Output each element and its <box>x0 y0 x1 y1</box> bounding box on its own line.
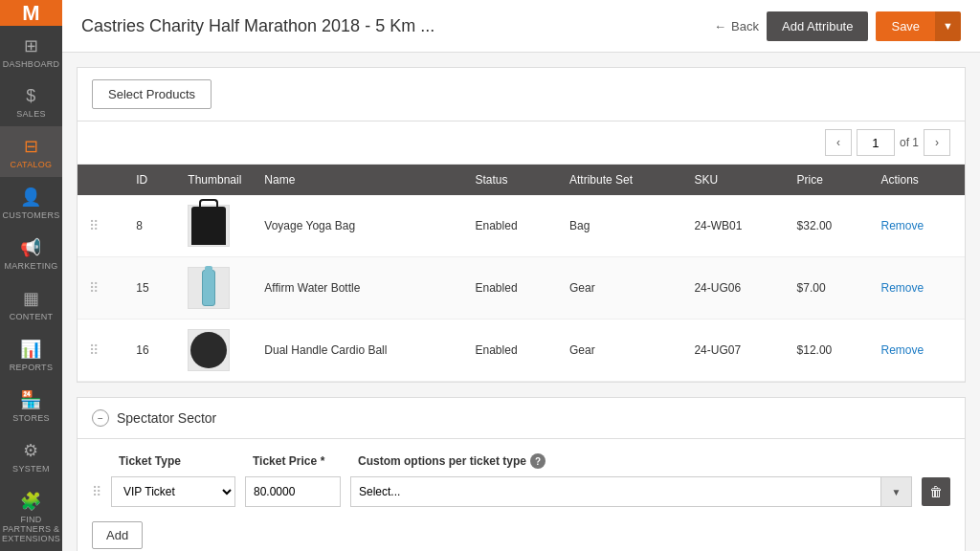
sidebar-item-label: DASHBOARD <box>3 59 60 69</box>
page-of-label: of 1 <box>900 136 919 149</box>
spectator-sector-header[interactable]: − Spectator Sector <box>78 398 965 439</box>
chevron-right-icon: › <box>935 136 939 149</box>
table-row: ⠿ 8 Voyage Yoga Bag Enabled Bag 24-WB01 … <box>78 195 965 257</box>
name-cell: Affirm Water Bottle <box>253 257 463 320</box>
delete-ticket-button[interactable]: 🗑 <box>922 477 950 506</box>
save-button[interactable]: Save <box>876 11 935 41</box>
options-select-wrapper: Select... ▼ <box>350 476 912 507</box>
sidebar-item-label: CUSTOMERS <box>2 210 59 220</box>
stores-icon: 🏪 <box>20 389 41 410</box>
sidebar-item-label: FIND PARTNERS & EXTENSIONS <box>2 515 60 543</box>
col-status-header: Status <box>464 165 559 195</box>
ticket-price-col <box>245 476 341 507</box>
spectator-sector-title: Spectator Sector <box>117 410 216 426</box>
next-page-button[interactable]: › <box>924 129 950 156</box>
sku-cell: 24-UG07 <box>682 320 785 382</box>
actions-cell: Remove <box>869 257 965 320</box>
drag-handle-icon[interactable]: ⠿ <box>89 218 99 233</box>
products-table: ID Thumbnail Name Status Attribute Set S… <box>78 165 965 382</box>
col-sku-header: SKU <box>682 165 785 195</box>
ticket-price-input[interactable] <box>245 476 341 507</box>
sidebar-item-label: SALES <box>16 109 46 119</box>
bottle-thumbnail-icon <box>202 270 215 306</box>
col-id-header: ID <box>124 165 176 195</box>
main-content: Select Products ‹ of 1 › ID <box>62 53 980 551</box>
ticket-row: ⠿ VIP Ticket General Admission Student <box>92 476 950 507</box>
col-thumbnail-header: Thumbnail <box>176 165 253 195</box>
ticket-type-col: VIP Ticket General Admission Student <box>111 476 235 507</box>
marketing-icon: 📢 <box>20 237 41 258</box>
ticket-form: Ticket Type Ticket Price * Custom option… <box>78 439 965 551</box>
actions-cell: Remove <box>869 320 965 382</box>
thumbnail-cell <box>176 320 253 382</box>
ticket-drag-handle[interactable]: ⠿ <box>92 484 101 499</box>
sidebar-item-system[interactable]: ⚙ SYSTEM <box>0 430 62 481</box>
sidebar-item-dashboard[interactable]: ⊞ DASHBOARD <box>0 26 62 77</box>
remove-button[interactable]: Remove <box>880 219 924 232</box>
product-thumbnail <box>188 205 230 247</box>
chevron-left-icon: ‹ <box>836 136 840 149</box>
drag-cell: ⠿ <box>78 257 124 320</box>
product-thumbnail <box>188 267 230 309</box>
custom-options-select[interactable]: Select... <box>350 476 881 507</box>
sidebar-item-sales[interactable]: $ SALES <box>0 77 62 126</box>
select-products-header: Select Products <box>78 68 965 121</box>
partners-icon: 🧩 <box>20 491 41 512</box>
sidebar-item-catalog[interactable]: ⊟ CATALOG <box>0 126 62 177</box>
reports-icon: 📊 <box>20 339 41 360</box>
select-products-button[interactable]: Select Products <box>92 79 212 109</box>
sidebar-item-label: SYSTEM <box>12 464 50 474</box>
sku-cell: 24-WB01 <box>682 195 785 257</box>
chevron-down-icon: ▼ <box>943 20 953 32</box>
select-options-arrow[interactable]: ▼ <box>881 476 912 507</box>
back-button[interactable]: ← Back <box>714 19 759 33</box>
ticket-type-select[interactable]: VIP Ticket General Admission Student <box>111 476 235 507</box>
price-cell: $12.00 <box>786 320 870 382</box>
remove-button[interactable]: Remove <box>880 281 924 295</box>
sidebar-item-content[interactable]: ▦ CONTENT <box>0 278 62 329</box>
name-cell: Dual Handle Cardio Ball <box>253 320 463 382</box>
add-attribute-button[interactable]: Add Attribute <box>767 11 868 41</box>
sidebar-item-reports[interactable]: 📊 REPORTS <box>0 329 62 380</box>
customers-icon: 👤 <box>20 187 41 208</box>
ticket-labels-row: Ticket Type Ticket Price * Custom option… <box>92 453 950 469</box>
remove-button[interactable]: Remove <box>880 343 924 357</box>
attribute-set-cell: Gear <box>558 320 682 382</box>
ticket-options-col: Select... ▼ <box>350 476 912 507</box>
drag-cell: ⠿ <box>78 195 124 257</box>
col-drag-header <box>78 165 124 195</box>
catalog-icon: ⊟ <box>24 136 38 157</box>
main-area: Castries Charity Half Marathon 2018 - 5 … <box>62 0 980 551</box>
sidebar-item-label: CONTENT <box>10 312 54 321</box>
actions-cell: Remove <box>869 195 965 257</box>
help-icon: ? <box>530 453 546 469</box>
trash-icon: 🗑 <box>929 484 943 499</box>
custom-options-label: Custom options per ticket type <box>358 454 526 468</box>
product-thumbnail <box>188 329 230 371</box>
sidebar-item-stores[interactable]: 🏪 STORES <box>0 380 62 430</box>
select-products-section: Select Products ‹ of 1 › ID <box>77 67 966 383</box>
drag-handle-icon[interactable]: ⠿ <box>89 280 99 296</box>
drag-handle-icon[interactable]: ⠿ <box>89 342 99 358</box>
system-icon: ⚙ <box>23 440 38 461</box>
collapse-icon: − <box>92 409 109 427</box>
sidebar: M ⊞ DASHBOARD $ SALES ⊟ CATALOG 👤 CUSTOM… <box>0 0 62 551</box>
id-cell: 15 <box>124 257 176 320</box>
prev-page-button[interactable]: ‹ <box>825 129 852 156</box>
page-number-input[interactable] <box>857 129 895 156</box>
drag-cell: ⠿ <box>78 320 124 382</box>
page-title: Castries Charity Half Marathon 2018 - 5 … <box>81 16 434 36</box>
sidebar-item-customers[interactable]: 👤 CUSTOMERS <box>0 177 62 228</box>
ticket-price-label: Ticket Price <box>253 454 317 468</box>
sidebar-item-marketing[interactable]: 📢 MARKETING <box>0 228 62 278</box>
add-ticket-button[interactable]: Add <box>92 521 143 549</box>
col-price-header: Price <box>786 165 870 195</box>
table-row: ⠿ 15 Affirm Water Bottle Enabled Gear 24… <box>78 257 965 320</box>
header-actions: ← Back Add Attribute Save ▼ <box>714 11 961 41</box>
sidebar-item-label: STORES <box>12 413 50 423</box>
sidebar-item-partners[interactable]: 🧩 FIND PARTNERS & EXTENSIONS <box>0 481 62 551</box>
app-logo: M <box>0 0 62 26</box>
save-dropdown-button[interactable]: ▼ <box>935 11 961 41</box>
price-cell: $7.00 <box>786 257 870 320</box>
status-cell: Enabled <box>464 195 559 257</box>
